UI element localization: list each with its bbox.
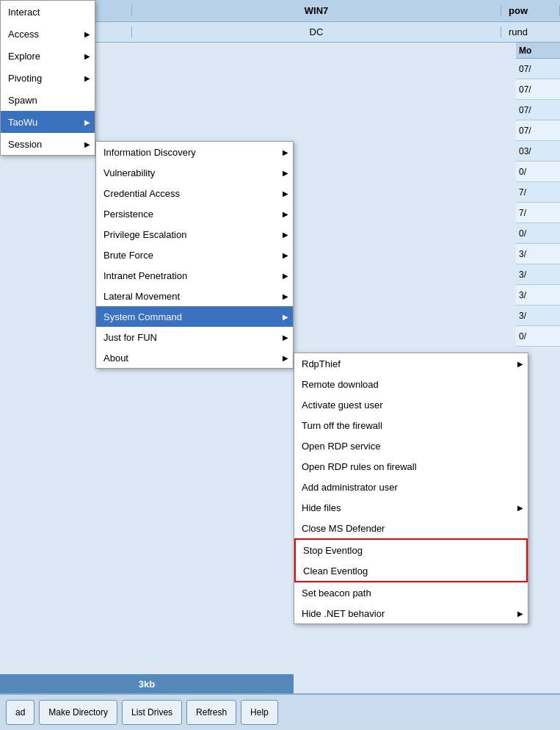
submenu-system-command[interactable]: System Command ▶ [96, 306, 293, 327]
submenu-open-rdp-rules[interactable]: Open RDP rules on firewall [294, 456, 528, 477]
arrow-icon: ▶ [84, 52, 90, 60]
submenu-rdpthief[interactable]: RdpThief ▶ [294, 353, 528, 374]
submenu-vulnerability[interactable]: Vulnerability ▶ [96, 162, 293, 183]
menubar-item-access[interactable]: Access ▶ [1, 23, 95, 45]
arrow-icon: ▶ [283, 272, 288, 280]
arrow-icon: ▶ [283, 292, 288, 300]
col-pow-header: pow [501, 5, 560, 16]
submenu-set-beacon-path[interactable]: Set beacon path [294, 582, 528, 603]
main-menubar: Interact Access ▶ Explore ▶ Pivoting ▶ S… [0, 0, 95, 156]
mod-column-header: Mo [516, 43, 560, 59]
kb-bar: 3kb [0, 674, 294, 693]
submenu-brute-force[interactable]: Brute Force ▶ [96, 245, 293, 265]
submenu-info-discovery[interactable]: Information Discovery ▶ [96, 142, 293, 162]
system-command-submenu: RdpThief ▶ Remote download Activate gues… [294, 353, 528, 624]
submenu-credential-access[interactable]: Credential Access ▶ [96, 183, 293, 203]
arrow-icon: ▶ [283, 251, 288, 259]
arrow-icon: ▶ [283, 169, 288, 177]
submenu-add-admin-user[interactable]: Add administrator user [294, 477, 528, 497]
submenu-hide-files[interactable]: Hide files ▶ [294, 497, 528, 518]
taowu-submenu: Information Discovery ▶ Vulnerability ▶ … [95, 141, 294, 369]
menubar-item-session[interactable]: Session ▶ [1, 133, 95, 155]
submenu-stop-eventlog[interactable]: Stop Eventlog [296, 540, 526, 560]
menubar-item-spawn[interactable]: Spawn [1, 89, 95, 111]
arrow-icon: ▶ [283, 189, 288, 198]
red-box-group: Stop Eventlog Clean Eventlog [294, 538, 528, 582]
arrow-icon: ▶ [283, 210, 288, 218]
arrow-icon: ▶ [283, 231, 288, 239]
arrow-icon: ▶ [283, 354, 288, 362]
submenu-turn-off-firewall[interactable]: Turn off the firewall [294, 415, 528, 436]
arrow-icon: ▶ [283, 313, 288, 321]
submenu-clean-eventlog[interactable]: Clean Eventlog [296, 560, 526, 581]
arrow-icon: ▶ [84, 30, 90, 38]
col-win7-header: WIN7 [132, 5, 501, 16]
date-column: 07/ 07/ 07/ 07/ 03/ 0/ 7/ 7/ 0/ 3/ 3/ 3/… [516, 59, 560, 347]
submenu-close-ms-defender[interactable]: Close MS Defender [294, 518, 528, 538]
ad-button[interactable]: ad [6, 700, 34, 725]
menubar-item-taowu[interactable]: TaoWu ▶ [1, 111, 95, 133]
submenu-just-for-fun[interactable]: Just for FUN ▶ [96, 327, 293, 347]
submenu-open-rdp-service[interactable]: Open RDP service [294, 436, 528, 456]
submenu-hide-net-behavior[interactable]: Hide .NET behavior ▶ [294, 603, 528, 624]
row2-dc: DC [132, 26, 501, 37]
arrow-icon: ▶ [517, 610, 523, 618]
arrow-icon: ▶ [84, 140, 90, 148]
arrow-icon: ▶ [283, 333, 288, 341]
submenu-about[interactable]: About ▶ [96, 347, 293, 368]
arrow-icon: ▶ [84, 118, 90, 126]
help-button[interactable]: Help [241, 700, 278, 725]
arrow-icon: ▶ [517, 504, 523, 512]
arrow-icon: ▶ [283, 148, 288, 156]
submenu-lateral-movement[interactable]: Lateral Movement ▶ [96, 286, 293, 306]
list-drives-button[interactable]: List Drives [122, 700, 182, 725]
make-directory-button[interactable]: Make Directory [39, 700, 117, 725]
submenu-intranet-penetration[interactable]: Intranet Penetration ▶ [96, 265, 293, 286]
bottom-toolbar: ad Make Directory List Drives Refresh He… [0, 693, 560, 730]
arrow-icon: ▶ [84, 74, 90, 82]
menubar-item-pivoting[interactable]: Pivoting ▶ [1, 67, 95, 89]
submenu-privilege-escalation[interactable]: Privilege Escalation ▶ [96, 224, 293, 245]
menubar-item-interact[interactable]: Interact [1, 1, 95, 23]
refresh-button[interactable]: Refresh [186, 700, 236, 725]
submenu-persistence[interactable]: Persistence ▶ [96, 203, 293, 224]
menubar-item-explore[interactable]: Explore ▶ [1, 45, 95, 67]
submenu-remote-download[interactable]: Remote download [294, 374, 528, 394]
submenu-activate-guest[interactable]: Activate guest user [294, 394, 528, 415]
arrow-icon: ▶ [517, 360, 523, 368]
row2-run: rund [501, 26, 560, 37]
